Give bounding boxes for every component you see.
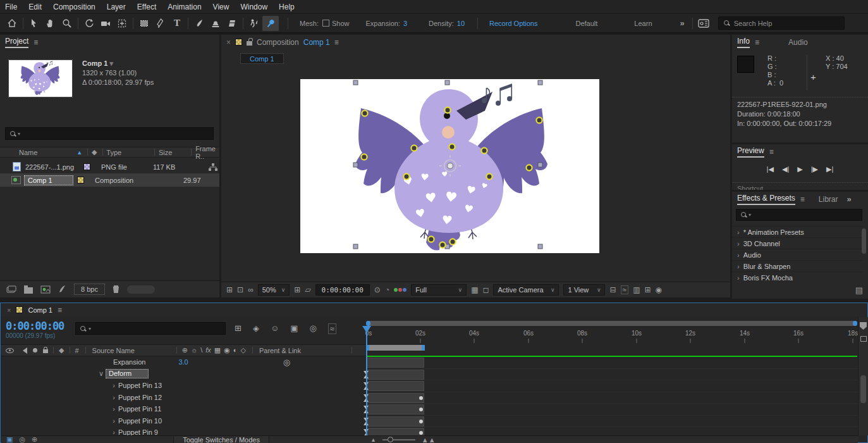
roto-brush-tool[interactable] — [246, 16, 262, 31]
keyframe-icon[interactable] — [419, 431, 423, 435]
timeline-zoom-slider[interactable] — [382, 439, 415, 440]
menu-view[interactable]: View — [213, 3, 229, 11]
puppet-pin-tool[interactable] — [262, 16, 279, 31]
timeline-button-icon[interactable]: ▥ — [633, 286, 640, 294]
motion-blur-icon[interactable]: ◎ — [309, 323, 316, 334]
index-column[interactable]: # — [75, 347, 78, 354]
camera-tool[interactable] — [97, 16, 114, 31]
pin-name[interactable]: Puppet Pin 13 — [118, 382, 162, 389]
new-folder-icon[interactable] — [24, 287, 33, 294]
transparency-grid-icon[interactable]: ▦ — [471, 286, 478, 294]
col-framerate[interactable]: Frame R.. — [195, 145, 219, 160]
motion-blur-switch-icon[interactable]: ◉ — [224, 346, 230, 354]
new-composition-icon[interactable] — [40, 285, 51, 294]
previous-frame-button[interactable]: ◀| — [782, 165, 789, 173]
frame-blending-icon[interactable]: ▣ — [290, 323, 298, 334]
selection-tool[interactable] — [26, 16, 42, 31]
property-row-pin[interactable]: › Puppet Pin 13 — [1, 380, 366, 392]
zoom-in-mountain-icon[interactable]: ▲▲ — [422, 436, 436, 443]
zoom-tool[interactable] — [59, 16, 75, 31]
anchor-switch-icon[interactable]: ⊕ — [182, 346, 188, 354]
label-column-icon[interactable]: ◆ — [59, 346, 64, 354]
twirl-icon[interactable]: ∨ — [97, 370, 106, 378]
source-name-column[interactable]: Source Name — [92, 347, 135, 354]
menu-edit[interactable]: Edit — [28, 3, 42, 11]
track-row[interactable] — [366, 404, 857, 416]
libraries-tab[interactable]: Librar — [819, 195, 838, 204]
magnification-dropdown[interactable]: 50%∨ — [258, 284, 290, 296]
comp-marker-icon[interactable] — [860, 322, 867, 330]
current-time-display[interactable]: 0:00:00:00 — [6, 320, 64, 332]
effects-search-field[interactable]: ▾ — [736, 209, 862, 221]
mesh-show-checkbox[interactable] — [322, 20, 329, 27]
effects-presets-tab[interactable]: Effects & Presets — [737, 194, 795, 205]
eye-icon[interactable] — [6, 348, 14, 353]
twirl-icon[interactable]: › — [109, 394, 118, 401]
lock-open-icon[interactable] — [247, 41, 252, 46]
lock-icon[interactable] — [43, 349, 48, 353]
track-row[interactable] — [366, 369, 857, 381]
play-button[interactable]: ▶ — [797, 165, 802, 173]
effects-panel-menu-icon[interactable]: ≡ — [800, 195, 805, 204]
composition-panel-comp-name[interactable]: Comp 1 — [303, 38, 330, 47]
twirl-icon[interactable]: › — [109, 417, 118, 425]
project-search-field[interactable]: ▾ — [5, 127, 214, 140]
parent-link-column[interactable]: Parent & Link — [259, 347, 301, 354]
quality-switch-icon[interactable]: \ — [200, 346, 202, 354]
pixel-aspect-icon[interactable]: ⊟ — [609, 286, 616, 294]
sort-ascending-icon[interactable]: ▲ — [76, 149, 82, 156]
expand-transform-icon[interactable]: ⊕ — [32, 435, 37, 443]
expand-keyframes-icon[interactable]: ◎ — [19, 435, 25, 443]
effects-category[interactable]: ›3D Channel — [732, 237, 862, 249]
composition-mini-flowchart-icon[interactable]: ⊞ — [235, 323, 241, 334]
toggle-switches-modes-button[interactable]: Toggle Switches / Modes — [173, 435, 269, 443]
property-value[interactable]: 3.0 — [178, 358, 188, 366]
fast-previews-icon[interactable]: ≈ — [621, 285, 629, 294]
record-options-link[interactable]: Record Options — [489, 20, 537, 27]
playhead-line[interactable] — [366, 327, 367, 435]
rotate-tool[interactable] — [81, 16, 97, 31]
effects-category[interactable]: ›Audio — [732, 249, 862, 260]
work-area-bar[interactable] — [366, 345, 425, 351]
next-frame-button[interactable]: |▶ — [811, 165, 818, 173]
solo-icon[interactable] — [33, 348, 37, 353]
search-help-field[interactable]: Search Help — [718, 16, 845, 30]
text-tool[interactable]: T — [169, 16, 185, 31]
menu-animation[interactable]: Animation — [168, 3, 201, 11]
safe-margins-icon[interactable]: ⊞ — [294, 286, 300, 294]
panel-grabber-icon[interactable]: ▤ — [855, 285, 863, 295]
timeline-comp-tab[interactable]: Comp 1 — [28, 306, 52, 314]
effects-scrollbar[interactable] — [862, 228, 866, 254]
snapshot-camera-icon[interactable]: ⊙ — [374, 286, 381, 294]
property-row-pin[interactable]: › Puppet Pin 12 — [1, 392, 366, 404]
comp-timecode[interactable]: 0:00:00:00 — [315, 284, 370, 296]
timeline-search-field[interactable]: ▾ — [75, 322, 226, 335]
show-snapshot-icon[interactable]: ◔ — [385, 286, 389, 294]
property-row-pin[interactable]: › Puppet Pin 10 — [1, 415, 366, 427]
project-panel-menu-icon[interactable]: ≡ — [34, 38, 38, 47]
zoom-out-mountain-icon[interactable]: ▲ — [370, 437, 376, 443]
twirl-icon[interactable]: › — [109, 405, 118, 413]
main-monitor-icon[interactable]: ⊡ — [237, 286, 243, 294]
panel-overflow-chevron[interactable]: » — [847, 194, 852, 204]
timeline-horizontal-scrollbar[interactable] — [366, 321, 857, 326]
effects-category[interactable]: ›Blur & Sharpen — [732, 260, 862, 271]
comp-viewer-tab[interactable]: Comp 1 — [240, 53, 284, 64]
pan-behind-tool[interactable] — [114, 16, 130, 31]
track-row[interactable] — [366, 416, 857, 428]
mask-visibility-icon[interactable]: ◻ — [483, 286, 489, 294]
audio-tab[interactable]: Audio — [788, 38, 808, 47]
shape-rect-tool[interactable] — [136, 16, 152, 31]
fx-switch-icon[interactable]: fx — [205, 346, 211, 354]
twirl-icon[interactable]: › — [109, 382, 118, 389]
frame-blend-switch-icon[interactable]: ▦ — [214, 346, 221, 354]
keyframe-icon[interactable] — [419, 396, 423, 400]
adjustment-icon[interactable] — [58, 285, 66, 294]
col-size[interactable]: Size — [159, 149, 172, 156]
expansion-value[interactable]: 3 — [403, 20, 407, 27]
project-thumbnail[interactable] — [9, 60, 72, 97]
home-tool[interactable] — [4, 16, 20, 31]
project-row-png[interactable]: 222567-...1.png PNG file 117 KB — [0, 160, 219, 173]
tag-column-icon[interactable]: ◆ — [92, 148, 97, 156]
collapse-switch-icon[interactable]: ☼ — [191, 346, 197, 354]
